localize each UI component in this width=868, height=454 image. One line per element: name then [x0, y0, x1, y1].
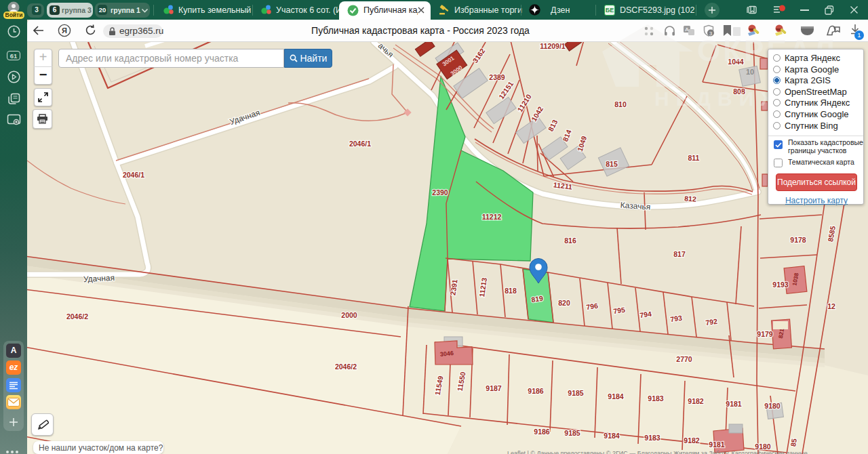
svg-text:12: 12 [827, 302, 835, 310]
svg-text:9193: 9193 [772, 281, 789, 289]
svg-text:2000: 2000 [341, 311, 357, 319]
svg-text:9184: 9184 [604, 432, 620, 440]
svg-text:11212: 11212 [482, 213, 502, 221]
svg-text:2046/2: 2046/2 [335, 363, 357, 371]
svg-text:9182: 9182 [688, 397, 704, 405]
svg-text:9178: 9178 [790, 236, 806, 244]
svg-text:793: 793 [669, 314, 682, 323]
svg-text:85: 85 [789, 438, 798, 447]
svg-text:Leaflet | © Данные предоставле: Leaflet | © Данные предоставлены © 2ГИС … [507, 450, 808, 454]
svg-text:9185: 9185 [564, 429, 580, 437]
svg-text:818: 818 [505, 287, 517, 295]
svg-text:792: 792 [705, 317, 717, 327]
svg-text:820: 820 [558, 299, 570, 307]
svg-text:2389: 2389 [489, 73, 505, 81]
svg-text:9179: 9179 [757, 330, 773, 338]
svg-text:9184: 9184 [608, 392, 624, 400]
svg-text:816: 816 [564, 236, 576, 245]
svg-text:9181: 9181 [726, 400, 742, 408]
svg-text:9180: 9180 [764, 402, 781, 410]
svg-text:815: 815 [606, 160, 618, 168]
svg-text:9186: 9186 [528, 387, 544, 395]
svg-text:817: 817 [673, 250, 686, 258]
svg-text:2770: 2770 [676, 355, 692, 363]
svg-text:2046/1: 2046/1 [349, 140, 371, 148]
svg-text:2046/1: 2046/1 [123, 171, 144, 179]
svg-text:9186: 9186 [534, 428, 550, 436]
svg-text:11209/1: 11209/1 [540, 42, 566, 50]
svg-text:2046/2: 2046/2 [66, 312, 88, 321]
svg-text:9187: 9187 [486, 384, 502, 392]
svg-text:819: 819 [530, 294, 543, 304]
svg-text:9183: 9183 [644, 434, 660, 442]
svg-text:794: 794 [639, 310, 652, 319]
svg-text:2390: 2390 [432, 188, 448, 197]
svg-text:811: 811 [688, 154, 700, 162]
svg-text:9182: 9182 [684, 436, 700, 445]
svg-text:Удачная: Удачная [83, 273, 115, 284]
svg-text:9185: 9185 [568, 389, 584, 397]
svg-text:9181: 9181 [709, 440, 725, 449]
svg-text:812: 812 [684, 194, 696, 203]
svg-text:3046: 3046 [440, 350, 454, 358]
svg-text:795: 795 [612, 306, 625, 315]
svg-text:796: 796 [585, 302, 598, 311]
svg-text:9183: 9183 [648, 394, 664, 403]
svg-text:Я: Я [62, 26, 67, 35]
